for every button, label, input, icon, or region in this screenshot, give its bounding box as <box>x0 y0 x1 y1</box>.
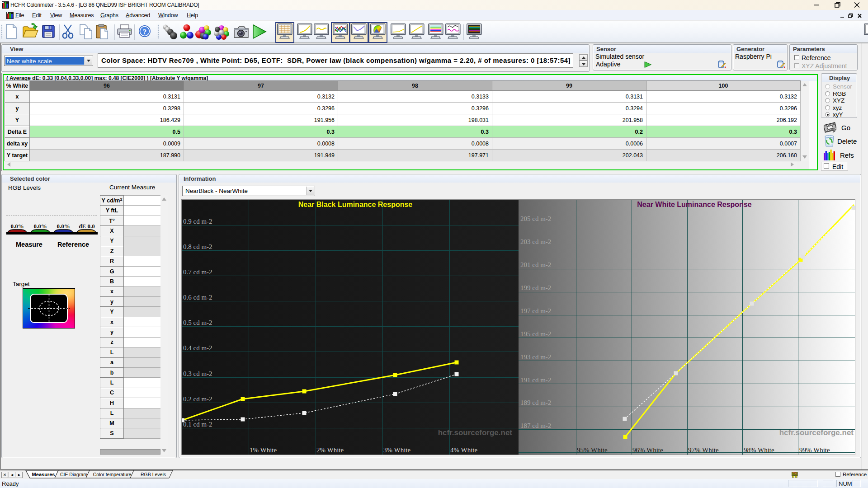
svg-text:dE 0.0: dE 0.0 <box>79 223 94 230</box>
svg-text:0.4 cd m-2: 0.4 cd m-2 <box>183 344 212 352</box>
svg-text:193 cd m-2: 193 cd m-2 <box>520 353 551 361</box>
svg-text:99% White: 99% White <box>799 446 830 454</box>
svg-text:0.6 cd m-2: 0.6 cd m-2 <box>183 294 212 301</box>
svg-text:195 cd m-2: 195 cd m-2 <box>520 330 551 338</box>
svg-text:197 cd m-2: 197 cd m-2 <box>520 307 551 314</box>
svg-text:203 cd m-2: 203 cd m-2 <box>520 238 551 245</box>
svg-text:?: ? <box>143 28 147 36</box>
svg-text:201 cd m-2: 201 cd m-2 <box>520 261 551 268</box>
svg-text:0.5 cd m-2: 0.5 cd m-2 <box>183 319 212 326</box>
svg-text:95% White: 95% White <box>577 446 608 454</box>
svg-text:CIE Diagram: CIE Diagram <box>60 472 87 477</box>
svg-text:Near White Luminance Response: Near White Luminance Response <box>637 201 751 208</box>
svg-text:0.8 cd m-2: 0.8 cd m-2 <box>183 243 212 250</box>
svg-text:3% White: 3% White <box>383 446 410 454</box>
svg-text:0.2 cd m-2: 0.2 cd m-2 <box>183 395 212 403</box>
svg-text:0.0%: 0.0% <box>57 223 70 230</box>
svg-text:189 cd m-2: 189 cd m-2 <box>520 399 551 406</box>
svg-text:Near Black Luminance Response: Near Black Luminance Response <box>298 201 413 208</box>
svg-text:Measures: Measures <box>32 472 55 477</box>
svg-text:Color temperature: Color temperature <box>93 472 132 477</box>
svg-text:0.9 cd m-2: 0.9 cd m-2 <box>183 218 212 225</box>
svg-text:hcfr.sourceforge.net: hcfr.sourceforge.net <box>438 428 513 437</box>
svg-text:0.1 cd m-2: 0.1 cd m-2 <box>183 421 212 428</box>
svg-text:191 cd m-2: 191 cd m-2 <box>520 376 551 384</box>
svg-text:0.0%: 0.0% <box>33 223 47 230</box>
svg-text:98% White: 98% White <box>744 446 774 454</box>
svg-text:hcfr.sourceforge.net: hcfr.sourceforge.net <box>779 428 854 437</box>
svg-text:187 cd m-2: 187 cd m-2 <box>520 422 551 429</box>
svg-text:0.3 cd m-2: 0.3 cd m-2 <box>183 370 212 377</box>
svg-text:2% White: 2% White <box>316 446 344 454</box>
svg-text:96% White: 96% White <box>632 446 663 454</box>
svg-text:205 cd m-2: 205 cd m-2 <box>520 215 551 222</box>
svg-text:199 cd m-2: 199 cd m-2 <box>520 284 551 291</box>
svg-text:1% White: 1% White <box>250 446 277 454</box>
svg-text:RGB Levels: RGB Levels <box>141 472 166 477</box>
svg-text:4% White: 4% White <box>450 446 477 454</box>
svg-text:0.0%: 0.0% <box>10 223 24 230</box>
svg-text:0.7 cd m-2: 0.7 cd m-2 <box>183 268 212 276</box>
svg-text:97% White: 97% White <box>688 446 719 454</box>
